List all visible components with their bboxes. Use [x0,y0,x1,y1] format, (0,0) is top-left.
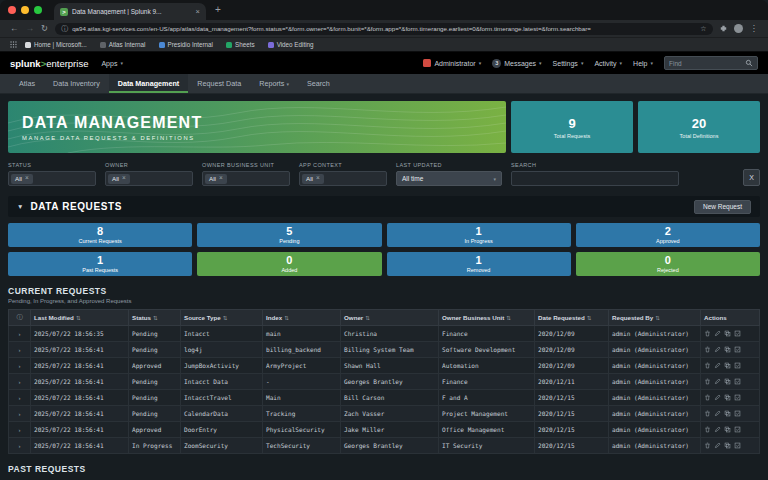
delete-icon[interactable] [704,330,711,337]
nav-item-reports[interactable]: Reports▾ [250,74,298,93]
submit-search-button[interactable]: X [743,169,760,186]
activity-menu[interactable]: Activity ▾ [594,60,622,67]
edit-icon[interactable] [714,378,721,385]
filter-dropdown[interactable]: All time▾ [396,171,502,186]
sort-icon[interactable]: ⇅ [223,315,228,321]
bookmark-item-sheets[interactable]: Sheets [226,41,255,48]
expand-row-button[interactable]: › [9,374,31,390]
stat-tile-rejected[interactable]: 0Rejected [576,252,760,276]
copy-icon[interactable] [724,426,731,433]
expand-row-button[interactable]: › [9,438,31,454]
sort-icon[interactable]: ⇅ [284,315,289,321]
collapse-section-icon[interactable]: ▼ [17,203,23,210]
expand-row-button[interactable]: › [9,406,31,422]
remove-chip-icon[interactable]: × [316,175,320,182]
forward-icon[interactable]: → [26,24,35,33]
stat-tile-approved[interactable]: 2Approved [576,223,760,247]
copy-icon[interactable] [724,362,731,369]
delete-icon[interactable] [704,378,711,385]
sort-icon[interactable]: ⇅ [365,315,370,321]
edit-icon[interactable] [714,346,721,353]
profile-avatar-icon[interactable] [734,24,743,33]
sort-icon[interactable]: ⇅ [153,315,158,321]
delete-icon[interactable] [704,426,711,433]
column-header-owner[interactable]: Owner⇅ [341,310,439,326]
filter-multiselect[interactable]: All× [8,171,96,186]
approve-icon[interactable] [734,378,741,385]
edit-icon[interactable] [714,410,721,417]
reload-icon[interactable]: ↻ [41,24,48,33]
copy-icon[interactable] [724,410,731,417]
edit-icon[interactable] [714,426,721,433]
expand-row-button[interactable]: › [9,342,31,358]
edit-icon[interactable] [714,394,721,401]
copy-icon[interactable] [724,346,731,353]
sort-icon[interactable]: ⇅ [76,315,81,321]
nav-item-data-inventory[interactable]: Data Inventory [44,74,109,93]
approve-icon[interactable] [734,346,741,353]
site-info-icon[interactable]: ⓘ [61,24,68,34]
delete-icon[interactable] [704,394,711,401]
column-header-date-requested[interactable]: Date Requested⇅ [535,310,609,326]
filter-multiselect[interactable]: All× [299,171,387,186]
copy-icon[interactable] [724,378,731,385]
remove-chip-icon[interactable]: × [122,175,126,182]
nav-item-search[interactable]: Search [298,74,339,93]
column-header-actions[interactable]: Actions [701,310,760,326]
filter-chip[interactable]: All× [11,174,33,184]
browser-tab[interactable]: > Data Management | Splunk 9... × [54,3,206,20]
filter-chip[interactable]: All× [302,174,324,184]
maximize-window-button[interactable] [34,6,42,14]
approve-icon[interactable] [734,362,741,369]
stat-tile-current-requests[interactable]: 8Current Requests [8,223,192,247]
bookmark-item-atlas-internal[interactable]: Atlas Internal [100,41,146,48]
approve-icon[interactable] [734,410,741,417]
browser-menu-icon[interactable]: ⋮ [750,24,759,33]
stat-tile-removed[interactable]: 1Removed [387,252,571,276]
copy-icon[interactable] [724,442,731,449]
copy-icon[interactable] [724,394,731,401]
expand-row-button[interactable]: › [9,390,31,406]
nav-item-request-data[interactable]: Request Data [188,74,250,93]
apps-grid-icon[interactable] [10,41,17,48]
bookmark-item-home-microsoft[interactable]: Home | Microsoft... [25,41,87,48]
sort-icon[interactable]: ⇅ [506,315,511,321]
approve-icon[interactable] [734,442,741,449]
bookmark-item-video-editing[interactable]: Video Editing [268,41,314,48]
filter-multiselect[interactable]: All× [105,171,193,186]
close-window-button[interactable] [8,6,16,14]
bookmark-item-presidio-internal[interactable]: Presidio Internal [159,41,214,48]
expand-row-button[interactable]: › [9,358,31,374]
administrator-menu[interactable]: Administrator ▾ [423,59,481,67]
expand-row-button[interactable]: › [9,422,31,438]
messages-menu[interactable]: 3 Messages ▾ [492,59,541,68]
settings-menu[interactable]: Settings ▾ [553,60,584,67]
nav-item-atlas[interactable]: Atlas [10,74,44,93]
edit-icon[interactable] [714,330,721,337]
approve-icon[interactable] [734,426,741,433]
extensions-icon[interactable] [720,25,727,32]
stat-tile-added[interactable]: 0Added [197,252,381,276]
delete-icon[interactable] [704,362,711,369]
edit-icon[interactable] [714,362,721,369]
bookmark-star-icon[interactable]: ☆ [700,25,706,33]
column-header-status[interactable]: Status⇅ [129,310,181,326]
new-tab-button[interactable]: + [215,5,221,15]
approve-icon[interactable] [734,330,741,337]
column-header-index[interactable]: Index⇅ [263,310,341,326]
delete-icon[interactable] [704,442,711,449]
column-header-last-modified[interactable]: Last Modified⇅ [31,310,129,326]
delete-icon[interactable] [704,410,711,417]
remove-chip-icon[interactable]: × [25,175,29,182]
column-header-owner-business-unit[interactable]: Owner Business Unit⇅ [439,310,535,326]
new-request-button[interactable]: New Request [694,200,751,214]
sort-icon[interactable]: ⇅ [587,315,592,321]
help-menu[interactable]: Help ▾ [633,60,653,67]
column-header-source-type[interactable]: Source Type⇅ [181,310,263,326]
back-icon[interactable]: ← [10,24,19,33]
column-header-requested-by[interactable]: Requested By⇅ [609,310,701,326]
filter-chip[interactable]: All× [108,174,130,184]
remove-chip-icon[interactable]: × [219,175,223,182]
stat-tile-pending[interactable]: 5Pending [197,223,381,247]
filter-multiselect[interactable]: All× [202,171,290,186]
